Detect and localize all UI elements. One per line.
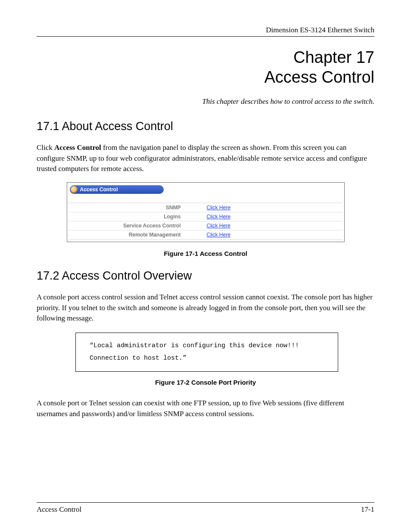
access-control-table: SNMP Click Here Logins Click Here Servic…	[69, 202, 342, 240]
row-label: Logins	[69, 214, 189, 220]
panel-header: Access Control	[69, 184, 342, 195]
section-17-2-heading: 17.2 Access Control Overview	[37, 269, 374, 283]
table-row: Remote Management Click Here	[69, 230, 342, 239]
logins-link[interactable]: Click Here	[189, 214, 230, 220]
chapter-description: This chapter describes how to control ac…	[37, 97, 374, 106]
row-label: Service Access Control	[69, 223, 189, 229]
service-access-control-link[interactable]: Click Here	[189, 223, 230, 229]
page: Dimension ES-3124 Ethernet Switch Chapte…	[0, 0, 411, 532]
footer-left: Access Control	[37, 505, 81, 514]
section-17-1-heading: 17.1 About Access Control	[37, 120, 374, 133]
table-row: SNMP Click Here	[69, 203, 342, 212]
page-footer: Access Control 17-1	[37, 502, 374, 514]
chapter-number: Chapter 17	[293, 48, 374, 66]
figure-17-2-caption: Figure 17-2 Console Port Priority	[37, 379, 374, 386]
section-title: About Access Control	[62, 120, 173, 133]
panel-title: Access Control	[80, 187, 118, 193]
message-line: Connection to host lost.”	[90, 352, 331, 365]
section-17-2-paragraph: A console port access control session an…	[37, 292, 374, 324]
message-line: “Local administrator is configuring this…	[90, 340, 331, 352]
header-product: Dimension ES-3124 Ethernet Switch	[37, 26, 374, 37]
section-title: Access Control Overview	[62, 269, 192, 282]
orb-icon	[71, 186, 78, 193]
figure-17-1-caption: Figure 17-1 Access Control	[37, 250, 374, 257]
row-label: SNMP	[69, 205, 189, 211]
section-17-1-paragraph: Click Access Control from the navigation…	[37, 143, 374, 174]
remote-management-link[interactable]: Click Here	[189, 232, 230, 238]
table-row: Service Access Control Click Here	[69, 221, 342, 230]
figure-17-1-panel: Access Control SNMP Click Here Logins Cl…	[67, 182, 345, 242]
section-number: 17.2	[37, 269, 59, 282]
console-message-box: “Local administrator is configuring this…	[75, 333, 338, 372]
chapter-name: Access Control	[264, 68, 374, 86]
snmp-link[interactable]: Click Here	[189, 205, 230, 211]
section-number: 17.1	[37, 120, 59, 133]
chapter-title: Chapter 17 Access Control	[37, 48, 374, 87]
bold-text: Access Control	[54, 143, 101, 152]
paragraph-after-fig2: A console port or Telnet session can coe…	[37, 398, 374, 419]
panel-title-pill: Access Control	[70, 185, 164, 194]
text: Click	[37, 143, 54, 152]
footer-right: 17-1	[361, 505, 374, 514]
row-label: Remote Management	[69, 232, 189, 238]
table-row: Logins Click Here	[69, 212, 342, 221]
